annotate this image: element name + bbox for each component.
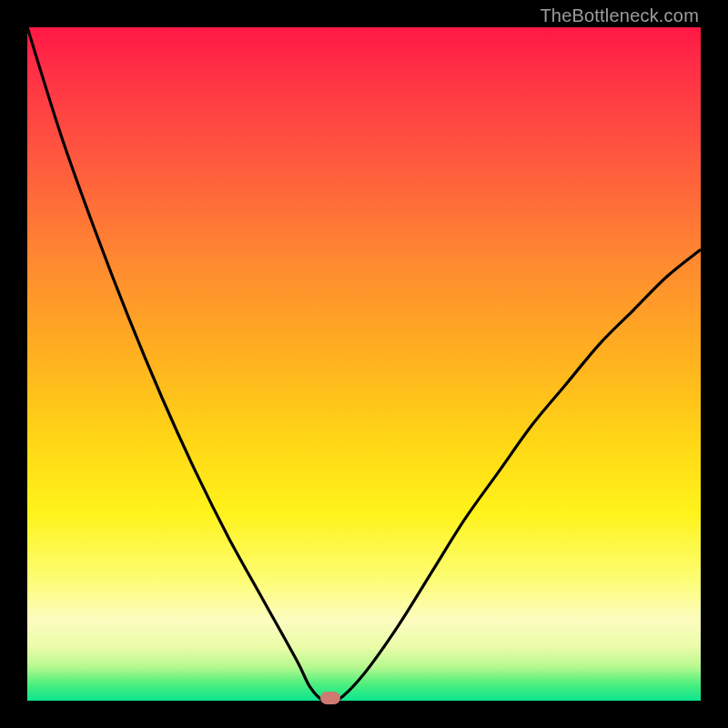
optimum-marker [320,692,340,704]
curve-path [27,27,701,703]
bottleneck-curve [27,27,701,701]
chart-frame: TheBottleneck.com [0,0,728,728]
watermark-text: TheBottleneck.com [540,5,699,26]
plot-area [27,27,701,701]
